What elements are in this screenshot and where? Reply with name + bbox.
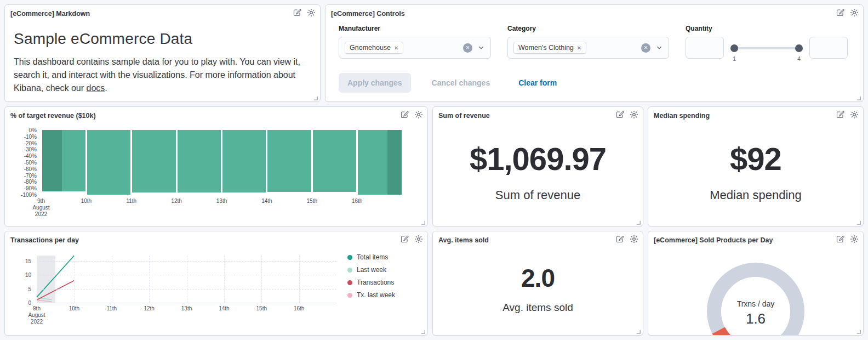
panel-title[interactable]: [eCommerce] Sold Products per Day xyxy=(654,235,773,244)
revenue-bar[interactable] xyxy=(222,130,266,192)
quantity-min-value: 1 xyxy=(733,55,736,62)
controls-panel: [eCommerce] Controls Manufacturer Gnomeh… xyxy=(325,4,864,102)
edit-panel-icon[interactable] xyxy=(615,235,624,243)
legend-item[interactable]: Tx. last week xyxy=(347,291,414,299)
resize-handle[interactable] xyxy=(419,327,426,335)
resize-handle[interactable] xyxy=(635,218,642,225)
revenue-bar[interactable] xyxy=(313,130,356,192)
clear-form-button[interactable]: Clear form xyxy=(518,78,557,87)
revenue-bar[interactable] xyxy=(87,130,130,195)
apply-changes-button[interactable]: Apply changes xyxy=(339,73,411,93)
metric-value: $1,069.97 xyxy=(470,140,606,177)
manufacturer-pill[interactable]: Gnomehouse✕ xyxy=(345,42,403,54)
category-label: Category xyxy=(507,25,669,32)
panel-title[interactable]: Median spending xyxy=(654,110,710,120)
y-axis-tick-label: -10% xyxy=(10,134,37,140)
panel-title[interactable]: Transactions per day xyxy=(10,235,79,244)
quantity-min-input[interactable] xyxy=(686,37,724,59)
panel-header: Sum of revenue xyxy=(433,107,643,121)
resize-handle[interactable] xyxy=(312,94,319,101)
remove-pill-icon[interactable]: ✕ xyxy=(394,45,398,51)
quantity-max-input[interactable] xyxy=(809,37,848,59)
edit-panel-icon[interactable] xyxy=(836,235,844,243)
manufacturer-combobox[interactable]: Gnomehouse✕ ✕ xyxy=(339,37,491,59)
panel-actions xyxy=(836,8,859,17)
panel-actions xyxy=(615,235,638,243)
resize-handle[interactable] xyxy=(855,327,862,335)
panel-header: [eCommerce] Markdown xyxy=(5,5,320,19)
markdown-body-text: This dashboard contains sample data for … xyxy=(14,57,300,93)
legend-dot xyxy=(347,293,352,298)
panel-header: % of target revenue ($10k) xyxy=(5,107,427,121)
resize-handle[interactable] xyxy=(855,218,862,225)
panel-title[interactable]: % of target revenue ($10k) xyxy=(10,110,96,120)
y-axis-tick-label: -100% xyxy=(10,192,37,198)
gear-icon[interactable] xyxy=(850,235,859,243)
gridline xyxy=(299,256,300,303)
panel-title[interactable]: [eCommerce] Controls xyxy=(331,8,405,18)
markdown-content: Sample eCommerce Data This dashboard con… xyxy=(5,19,320,95)
edit-panel-icon[interactable] xyxy=(615,110,624,119)
manufacturer-label: Manufacturer xyxy=(339,25,491,32)
resize-handle[interactable] xyxy=(419,218,426,225)
legend-item[interactable]: Transactions xyxy=(347,279,414,286)
legend-dot xyxy=(347,255,352,260)
target-revenue-chart: 0%-10%-20%-30%-40%-50%-60%-70%-80%-90%-1… xyxy=(10,122,422,223)
legend-item[interactable]: Last week xyxy=(347,266,414,274)
edit-panel-icon[interactable] xyxy=(836,110,844,119)
panel-title[interactable]: Avg. items sold xyxy=(438,235,489,244)
category-combobox[interactable]: Women's Clothing✕ ✕ xyxy=(507,37,669,59)
revenue-bar[interactable] xyxy=(178,130,221,192)
gear-icon[interactable] xyxy=(414,235,423,243)
revenue-bar[interactable] xyxy=(42,130,85,191)
clear-selection-icon[interactable]: ✕ xyxy=(463,43,472,53)
y-axis-tick-label: -70% xyxy=(10,173,37,179)
cancel-changes-button[interactable]: Cancel changes xyxy=(432,78,490,87)
panel-actions xyxy=(293,8,316,17)
x-axis-tick-label: 14th xyxy=(219,305,229,312)
gear-icon[interactable] xyxy=(307,8,316,17)
gear-icon[interactable] xyxy=(414,110,423,119)
resize-handle[interactable] xyxy=(635,327,642,335)
panel-actions xyxy=(615,110,638,119)
docs-link[interactable]: docs xyxy=(87,83,105,93)
y-axis-tick-label: -80% xyxy=(10,179,37,185)
legend-item[interactable]: Total items xyxy=(347,253,414,261)
edit-panel-icon[interactable] xyxy=(400,110,409,119)
panel-title[interactable]: [eCommerce] Markdown xyxy=(10,8,90,18)
markdown-body-period: . xyxy=(105,83,107,93)
edit-panel-icon[interactable] xyxy=(293,8,301,17)
quantity-label: Quantity xyxy=(686,25,848,32)
gear-icon[interactable] xyxy=(850,110,859,119)
quantity-slider[interactable]: 1 4 xyxy=(732,40,802,64)
manufacturer-control: Manufacturer Gnomehouse✕ ✕ xyxy=(339,25,491,59)
clear-selection-icon[interactable]: ✕ xyxy=(641,43,650,53)
gear-icon[interactable] xyxy=(630,235,638,243)
revenue-bar[interactable] xyxy=(267,130,311,192)
metric-label: Sum of revenue xyxy=(495,188,580,202)
chevron-down-icon[interactable] xyxy=(477,44,485,52)
panel-header: [eCommerce] Sold Products per Day xyxy=(648,231,863,246)
gear-icon[interactable] xyxy=(630,110,638,119)
x-axis-tick-label: 16th xyxy=(352,198,362,205)
resize-handle[interactable] xyxy=(855,94,862,101)
category-pill[interactable]: Women's Clothing✕ xyxy=(513,42,586,54)
x-axis-tick-label: 15th xyxy=(307,198,317,205)
category-pill-label: Women's Clothing xyxy=(518,44,574,52)
manufacturer-pill-label: Gnomehouse xyxy=(350,44,391,52)
markdown-body: This dashboard contains sample data for … xyxy=(14,55,310,95)
revenue-bar[interactable] xyxy=(358,130,401,195)
quantity-min-handle[interactable] xyxy=(730,44,738,52)
chevron-down-icon[interactable] xyxy=(655,44,663,52)
edit-panel-icon[interactable] xyxy=(836,8,844,17)
gear-icon[interactable] xyxy=(850,8,859,17)
gauge-chart: Trxns / day 1.6 xyxy=(648,247,863,335)
x-axis-tick-label: 9th August 2022 xyxy=(32,198,49,218)
legend-label: Last week xyxy=(357,266,386,274)
remove-pill-icon[interactable]: ✕ xyxy=(577,45,581,51)
edit-panel-icon[interactable] xyxy=(400,235,409,243)
quantity-max-handle[interactable] xyxy=(795,44,803,52)
revenue-bar[interactable] xyxy=(132,130,175,192)
panel-title[interactable]: Sum of revenue xyxy=(438,110,490,120)
gauge-label: Trxns / day xyxy=(648,299,863,308)
